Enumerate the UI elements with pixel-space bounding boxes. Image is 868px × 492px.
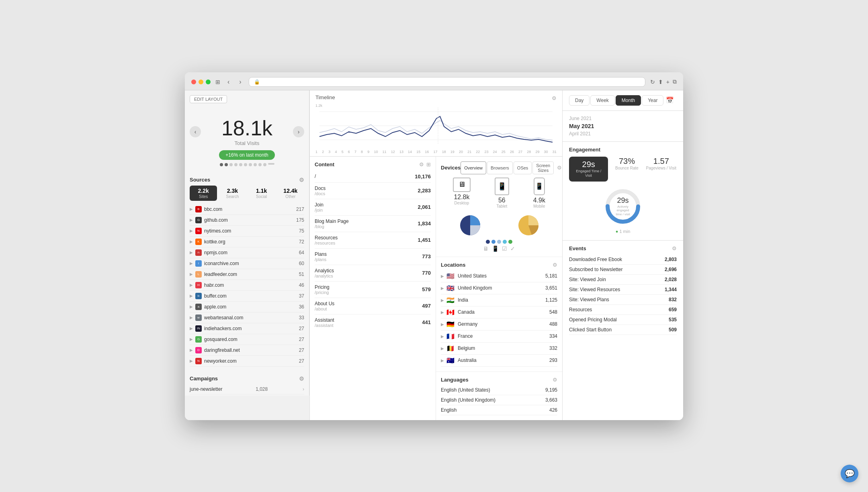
event-name: Clicked Start Button <box>569 327 669 333</box>
prev-period-arrow[interactable]: ‹ <box>190 126 201 137</box>
list-item[interactable]: ▶ N nytimes.com 75 <box>190 226 304 237</box>
list-item[interactable]: Plans /plans 773 <box>315 249 431 265</box>
list-item[interactable]: Join /join 2,061 <box>315 199 431 216</box>
list-item[interactable]: Resources 659 <box>569 305 677 315</box>
next-period-arrow[interactable]: › <box>293 126 304 137</box>
tab-social[interactable]: 1.1kSocial <box>248 186 275 201</box>
list-item[interactable]: ▶ IN indiehackers.com 27 <box>190 323 304 334</box>
list-item[interactable]: ▶ b buffer.com 37 <box>190 291 304 302</box>
list-item[interactable]: ▶ G gosquared.com 27 <box>190 334 304 345</box>
list-item[interactable]: ▶ L leadfeeder.com 51 <box>190 269 304 280</box>
list-item[interactable]: Blog Main Page /blog 1,834 <box>315 216 431 232</box>
mobile-pie-chart <box>516 213 540 237</box>
list-item[interactable]: Pricing /pricing 579 <box>315 282 431 298</box>
chat-button[interactable]: 💬 <box>841 465 858 482</box>
address-bar[interactable]: 🔒 <box>249 77 645 87</box>
event-count: 2,696 <box>665 267 677 272</box>
date-label-may[interactable]: May 2021 <box>569 122 677 130</box>
list-item[interactable]: Site: Viewed Resources 1,344 <box>569 285 677 295</box>
sources-settings-icon[interactable]: ⚙ <box>299 177 304 183</box>
list-item[interactable]: ▶ D daringfireball.net 27 <box>190 345 304 356</box>
list-item[interactable]: ▶ 🇫🇷 France 334 <box>441 331 557 343</box>
list-item[interactable]: Resources /resources 1,451 <box>315 232 431 249</box>
expand-icon: ▶ <box>190 294 193 298</box>
list-item[interactable]: ▶ 🇬🇧 United Kingdom 3,651 <box>441 282 557 294</box>
source-list: ▶ B bbc.com 217 ▶ G github.com 175 ▶ N n… <box>190 204 304 367</box>
list-item[interactable]: ▶ a apple.com 36 <box>190 302 304 312</box>
list-item[interactable]: / 10,176 <box>315 171 431 183</box>
content-settings-icon[interactable]: ⚙ <box>419 161 424 167</box>
maximize-button[interactable] <box>206 80 211 84</box>
list-item[interactable]: ▶ i iconarchive.com 60 <box>190 258 304 269</box>
content-expand-icon[interactable]: ⊞ <box>426 161 431 167</box>
device-stats: 🖥 12.8k Desktop 📱 56 Tablet 📱 4.9k <box>441 178 557 208</box>
list-item[interactable]: Opened Pricing Modal 535 <box>569 315 677 325</box>
tab-screen-sizes[interactable]: Screen Sizes <box>532 161 554 174</box>
period-selector: Day Week Month Year 📅 <box>563 90 683 111</box>
sidebar-toggle[interactable]: ⊞ <box>215 79 220 85</box>
list-item[interactable]: ▶ K kottke.org 72 <box>190 237 304 247</box>
list-item[interactable]: English 426 <box>441 405 557 415</box>
event-count: 2,803 <box>665 257 677 262</box>
timeline-settings-icon[interactable]: ⚙ <box>552 95 557 101</box>
list-item[interactable]: Assistant /assistant 441 <box>315 314 431 331</box>
reload-button[interactable]: ↻ <box>650 79 655 85</box>
list-item[interactable]: About Us /about 497 <box>315 298 431 314</box>
list-item[interactable]: ▶ N newyorker.com 27 <box>190 356 304 367</box>
events-settings-icon[interactable]: ⚙ <box>672 245 677 251</box>
list-item[interactable]: Site: Viewed Plans 832 <box>569 295 677 305</box>
tablet-value: 56 <box>495 197 509 204</box>
list-item[interactable]: june-newsletter 1,028 › <box>190 384 304 394</box>
back-button[interactable]: ‹ <box>225 78 232 86</box>
list-item[interactable]: ▶ w webartesanal.com 33 <box>190 312 304 323</box>
list-item[interactable]: ▶ 🇦🇺 Australia 293 <box>441 355 557 367</box>
languages-panel: Languages ⚙ English (United States) 9,19… <box>436 372 562 420</box>
list-item[interactable]: English (United States) 9,195 <box>441 385 557 395</box>
period-month-button[interactable]: Month <box>616 95 641 106</box>
list-item[interactable]: ▶ B bbc.com 217 <box>190 204 304 215</box>
period-year-button[interactable]: Year <box>642 95 663 106</box>
list-item[interactable]: ▶ H habr.com 46 <box>190 280 304 291</box>
new-tab-button[interactable]: + <box>666 79 669 85</box>
list-item[interactable]: Site: Viewed Join 2,028 <box>569 275 677 285</box>
source-favicon: G <box>195 336 202 343</box>
tab-oses[interactable]: OSes <box>514 161 532 174</box>
minimize-button[interactable] <box>199 80 203 84</box>
tab-sites[interactable]: 2.2kSites <box>190 186 217 201</box>
locations-settings-icon[interactable]: ⚙ <box>553 262 557 268</box>
campaigns-settings-icon[interactable]: ⚙ <box>299 376 304 382</box>
share-button[interactable]: ⬆ <box>658 79 663 85</box>
date-label-june[interactable]: June 2021 <box>569 115 677 122</box>
tab-browsers[interactable]: Browsers <box>487 161 513 174</box>
languages-settings-icon[interactable]: ⚙ <box>553 377 557 383</box>
mobile-icon: 📱 <box>534 178 545 195</box>
list-item[interactable]: ▶ 🇺🇸 United States 5,181 <box>441 270 557 282</box>
forward-button[interactable]: › <box>237 78 244 86</box>
tab-other[interactable]: 12.4kOther <box>277 186 304 201</box>
date-label-april[interactable]: April 2021 <box>569 130 677 137</box>
period-day-button[interactable]: Day <box>569 95 590 106</box>
list-item[interactable]: Analytics /analytics 770 <box>315 265 431 282</box>
list-item[interactable]: Downloaded Free Ebook 2,803 <box>569 255 677 265</box>
list-item[interactable]: English (United Kingdom) 3,663 <box>441 395 557 405</box>
list-item[interactable]: ▶ G github.com 175 <box>190 215 304 226</box>
calendar-icon[interactable]: 📅 <box>666 96 674 104</box>
list-item[interactable]: ──────────────────── 803 › <box>190 394 304 396</box>
close-button[interactable] <box>191 80 196 84</box>
tab-overview[interactable]: Overview <box>461 161 486 174</box>
list-item[interactable]: ▶ 🇨🇦 Canada 548 <box>441 306 557 318</box>
list-item[interactable]: Docs /docs 2,283 <box>315 183 431 199</box>
donut-container: 29s Actively engagedtime / visit <box>603 186 643 227</box>
list-item[interactable]: Subscribed to Newsletter 2,696 <box>569 265 677 275</box>
period-week-button[interactable]: Week <box>590 95 614 106</box>
list-item[interactable]: ▶ 🇩🇪 Germany 488 <box>441 318 557 331</box>
list-item[interactable]: ▶ 🇧🇪 Belgium 332 <box>441 343 557 355</box>
tab-search[interactable]: 2.3kSearch <box>219 186 246 201</box>
list-item[interactable]: Clicked Start Button 509 <box>569 325 677 335</box>
edit-layout-button[interactable]: EDIT LAYOUT <box>190 95 227 103</box>
devices-settings-icon[interactable]: ⚙ <box>557 165 562 171</box>
content-item-path: /analytics <box>315 274 422 278</box>
tabs-button[interactable]: ⧉ <box>673 78 677 85</box>
list-item[interactable]: ▶ 🇮🇳 India 1,125 <box>441 294 557 306</box>
list-item[interactable]: ▶ n npmjs.com 64 <box>190 247 304 258</box>
